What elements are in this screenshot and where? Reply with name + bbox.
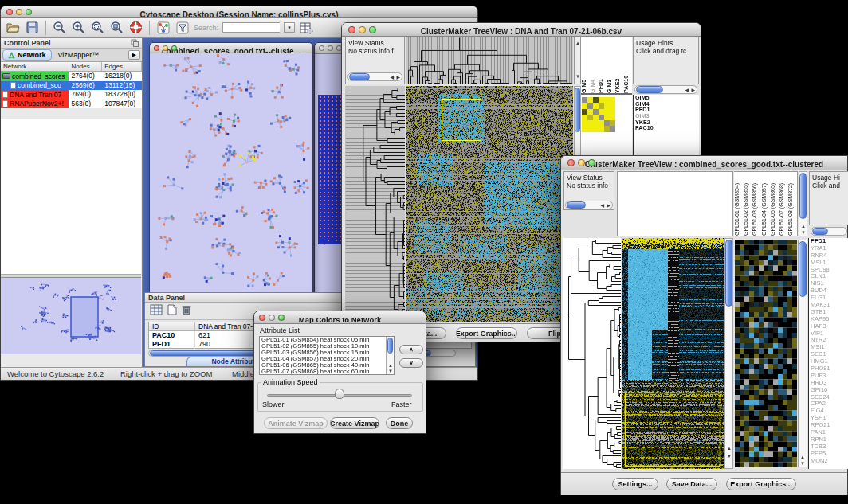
gene-label[interactable]: TCB3 xyxy=(809,443,848,451)
gene-label[interactable]: BUD4 xyxy=(809,287,848,295)
scrollbar-thumb[interactable] xyxy=(387,338,393,354)
submatrix-vscrollbar[interactable]: ▲ ▼ xyxy=(798,240,807,467)
select-attributes-icon[interactable] xyxy=(150,304,163,318)
scroll-right-icon[interactable]: ▶ xyxy=(691,88,695,92)
matrix-cell[interactable] xyxy=(604,115,610,120)
matrix-cell[interactable] xyxy=(582,109,587,115)
column-network[interactable]: Network xyxy=(1,62,69,71)
close-button[interactable] xyxy=(348,26,355,33)
gene-label[interactable]: MAK31 xyxy=(809,302,848,309)
heatmap-canvas[interactable] xyxy=(406,86,573,322)
network-list-row[interactable]: combined_scores2764(0)16218(0) xyxy=(1,72,142,81)
scroll-left-icon[interactable]: ◀ xyxy=(390,75,394,80)
view-status-scrollbar[interactable]: ◀ ▶ xyxy=(347,72,402,81)
scrollbar-thumb[interactable] xyxy=(799,173,807,219)
matrix-cell[interactable] xyxy=(610,115,615,120)
vizmapper-icon[interactable] xyxy=(155,20,171,35)
tab-vizmapper[interactable]: VizMapper™ xyxy=(53,50,104,60)
matrix-cell[interactable] xyxy=(582,115,587,120)
matrix-cell[interactable] xyxy=(593,109,599,115)
gene-label[interactable]: GPI16 xyxy=(809,387,848,394)
network-view-window[interactable]: combined_scores_good.txt--cluste... xyxy=(149,42,313,299)
filter-icon[interactable] xyxy=(175,20,190,35)
selected-submatrix-canvas[interactable] xyxy=(735,240,797,467)
gene-label[interactable]: MON2 xyxy=(809,458,848,465)
column-label[interactable]: PFD1 xyxy=(598,37,607,93)
minimize-button[interactable] xyxy=(359,26,366,33)
column-label[interactable]: GPL51-07 (GSM868) xyxy=(779,172,787,236)
gene-label[interactable]: HMG1 xyxy=(809,358,848,365)
close-button[interactable] xyxy=(154,45,159,51)
gene-label[interactable]: SEC24 xyxy=(809,394,848,401)
scroll-left-icon[interactable]: ◀ xyxy=(685,88,689,92)
scroll-up-icon[interactable]: ▲ xyxy=(801,224,806,229)
close-button[interactable] xyxy=(319,45,324,51)
search-dropdown-arrow-icon[interactable]: ▼ xyxy=(284,22,295,33)
dialog-title-bar[interactable]: Map Colors to Network xyxy=(254,311,426,324)
help-lifesaver-icon[interactable] xyxy=(128,20,143,35)
network-overview-panel[interactable] xyxy=(1,277,141,354)
minimize-button[interactable] xyxy=(578,159,585,166)
matrix-cell[interactable] xyxy=(593,126,599,131)
attribute-item[interactable]: GPL51-07 (GSM868) heat shock 60 min xyxy=(260,369,386,375)
gene-label[interactable]: YSH1 xyxy=(809,415,848,422)
network-list-row[interactable]: combined_sco2569(6)13112(15) xyxy=(1,81,142,91)
matrix-cell[interactable] xyxy=(604,97,610,103)
scrollbar-thumb[interactable] xyxy=(725,240,732,307)
column-label[interactable]: GPL51-04 (GSM857) xyxy=(761,172,770,236)
close-button[interactable] xyxy=(567,159,575,166)
gene-label[interactable]: FIG4 xyxy=(809,408,848,415)
scroll-left-icon[interactable]: ◀ xyxy=(600,203,604,208)
scrollbar-thumb[interactable] xyxy=(636,86,663,93)
export-graphics-button[interactable]: Export Graphics... xyxy=(456,327,517,339)
matrix-cell[interactable] xyxy=(604,109,610,115)
settings-button[interactable]: Settings... xyxy=(612,478,658,490)
treeview1-title-bar[interactable]: ClusterMaker TreeView : DNA and Tran 07-… xyxy=(342,23,701,37)
column-dendrogram-area[interactable] xyxy=(617,171,733,236)
zoom-button[interactable] xyxy=(369,26,376,33)
column-labels-scrollbar[interactable]: ▲ ▼ xyxy=(799,171,807,236)
matrix-cell[interactable] xyxy=(599,103,604,108)
network-view-canvas[interactable] xyxy=(150,53,312,299)
new-attribute-icon[interactable] xyxy=(167,304,177,318)
done-button[interactable]: Done xyxy=(386,417,413,429)
matrix-cell[interactable] xyxy=(599,109,604,115)
gene-label[interactable]: YKE2 xyxy=(634,119,699,126)
scroll-down-icon[interactable]: ▼ xyxy=(388,369,393,373)
column-label[interactable]: GPL51-03 (GSM856) xyxy=(752,172,760,236)
column-label[interactable]: PAC10 xyxy=(623,37,632,93)
matrix-cell[interactable] xyxy=(593,115,599,120)
usage-hints-scrollbar[interactable]: ◀ ▶ xyxy=(634,85,697,94)
column-label[interactable]: GPL51-02 (GSM855) xyxy=(743,172,752,236)
gene-label[interactable]: NTR2 xyxy=(809,337,848,344)
treeview2-title-bar[interactable]: ClusterMaker TreeView : combined_scores_… xyxy=(561,156,847,170)
minimize-button[interactable] xyxy=(16,9,22,15)
gene-label[interactable]: CPA2 xyxy=(809,400,848,408)
column-label[interactable]: GPL51-01 (GSM854) xyxy=(734,172,743,236)
move-down-button[interactable]: ∨ xyxy=(399,358,423,368)
matrix-cell[interactable] xyxy=(582,97,587,103)
tab-overflow-button[interactable]: ▶ xyxy=(128,50,140,60)
gene-label[interactable]: GIM4 xyxy=(634,101,699,107)
matrix-cell[interactable] xyxy=(593,103,599,108)
gene-label[interactable]: HAP3 xyxy=(809,323,848,330)
column-dendrogram-canvas[interactable] xyxy=(406,37,573,84)
gene-label[interactable]: GTB1 xyxy=(809,309,848,316)
scroll-up-icon[interactable]: ▲ xyxy=(575,41,580,45)
column-label[interactable]: GIM3 xyxy=(607,37,615,93)
gene-label[interactable]: CLN1 xyxy=(809,273,848,280)
scrollbar-thumb[interactable] xyxy=(799,241,807,297)
gene-label[interactable]: PEP5 xyxy=(809,451,848,458)
scrollbar-thumb[interactable] xyxy=(567,201,586,209)
scroll-right-icon[interactable]: ▶ xyxy=(396,75,400,80)
zoom-in-icon[interactable] xyxy=(71,20,86,35)
row-dendrogram-canvas[interactable] xyxy=(345,86,405,322)
matrix-cell[interactable] xyxy=(593,120,599,126)
close-button[interactable] xyxy=(259,315,265,321)
scroll-right-icon[interactable]: ▶ xyxy=(607,203,610,208)
matrix-cell[interactable] xyxy=(610,126,615,131)
matrix-cell[interactable] xyxy=(599,120,604,126)
network-list-row[interactable]: RNAPuberNov2+!563(0)107847(0) xyxy=(1,100,142,109)
gene-label[interactable]: RNR4 xyxy=(809,252,848,260)
heatmap-vscrollbar[interactable]: ▲ ▼ xyxy=(724,238,733,469)
